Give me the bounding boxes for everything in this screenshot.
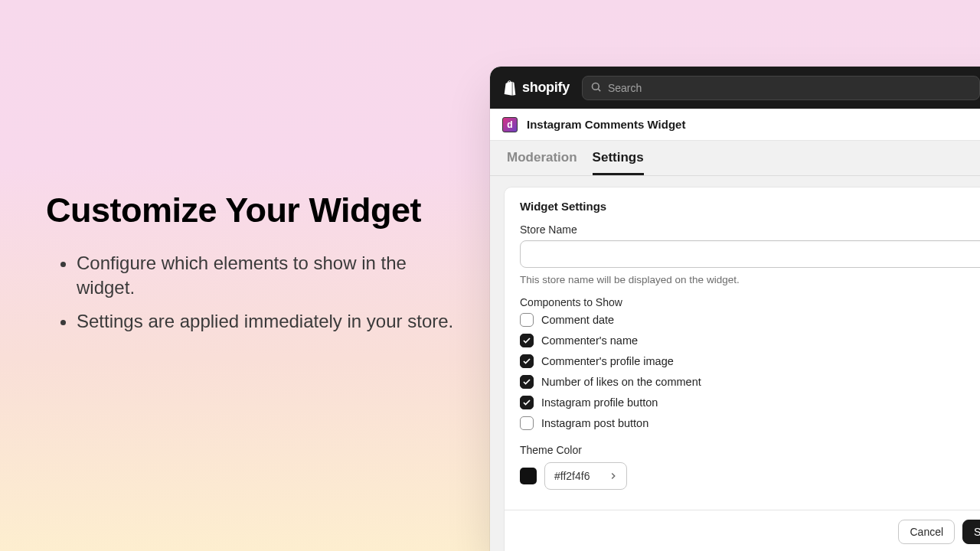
theme-color-label: Theme Color <box>520 444 980 456</box>
panel-title: Widget Settings <box>520 200 980 213</box>
checkbox-label: Comment date <box>541 314 614 326</box>
search-input[interactable] <box>608 82 972 94</box>
store-name-label: Store Name <box>520 223 980 236</box>
checkbox-label: Number of likes on the comment <box>541 376 701 388</box>
color-picker-button[interactable]: #ff2f4f6 <box>544 462 627 490</box>
components-label: Components to Show <box>520 296 980 308</box>
app-icon <box>502 117 518 132</box>
component-checkbox-row[interactable]: Instagram profile button <box>520 396 980 409</box>
component-checkbox-row[interactable]: Comment date <box>520 313 980 327</box>
promo-bullet: Settings are applied immediately in your… <box>77 309 459 334</box>
app-window: shopify 1 Instagram Comments Widget Mode… <box>490 67 980 551</box>
checkbox-label: Commenter's name <box>541 334 638 347</box>
tab-settings[interactable]: Settings <box>593 141 644 175</box>
checkbox[interactable] <box>520 354 534 368</box>
promo-block: Customize Your Widget Configure which el… <box>46 191 459 344</box>
checkbox[interactable] <box>520 396 534 409</box>
checkbox[interactable] <box>520 334 534 347</box>
chevron-right-icon <box>608 471 619 481</box>
search-icon <box>590 81 602 95</box>
theme-color-row: #ff2f4f6 <box>520 462 980 490</box>
app-title: Instagram Comments Widget <box>527 118 685 131</box>
svg-point-0 <box>592 83 599 90</box>
color-value: #ff2f4f6 <box>554 470 590 482</box>
store-name-help: This store name will be displayed on the… <box>520 274 980 285</box>
color-swatch[interactable] <box>520 468 537 484</box>
promo-heading: Customize Your Widget <box>46 191 459 230</box>
checkbox-label: Instagram post button <box>541 417 648 429</box>
brand-text: shopify <box>522 80 570 96</box>
tab-moderation[interactable]: Moderation <box>507 141 577 175</box>
checkbox[interactable] <box>520 416 534 430</box>
app-identity-bar: Instagram Comments Widget <box>490 109 980 141</box>
promo-list: Configure which elements to show in the … <box>46 251 459 334</box>
topbar: shopify 1 <box>490 67 980 109</box>
component-checkbox-row[interactable]: Instagram post button <box>520 416 980 430</box>
shopify-logo-icon <box>502 80 518 96</box>
promo-bullet: Configure which elements to show in the … <box>77 251 459 301</box>
brand[interactable]: shopify <box>502 80 570 96</box>
store-name-input[interactable] <box>520 240 980 268</box>
component-checkbox-row[interactable]: Commenter's profile image <box>520 354 980 368</box>
settings-panel: Widget Settings Store Name This store na… <box>504 187 980 551</box>
checkbox-label: Instagram profile button <box>541 396 658 409</box>
checkbox[interactable] <box>520 375 534 389</box>
svg-line-1 <box>598 89 600 91</box>
tabs: Moderation Settings <box>490 141 980 176</box>
save-button[interactable]: Save <box>962 520 980 544</box>
stage: Customize Your Widget Configure which el… <box>0 0 980 551</box>
checkbox-label: Commenter's profile image <box>541 355 674 367</box>
components-list: Comment dateCommenter's nameCommenter's … <box>520 313 980 430</box>
checkbox[interactable] <box>520 313 534 327</box>
component-checkbox-row[interactable]: Number of likes on the comment <box>520 375 980 389</box>
cancel-button[interactable]: Cancel <box>898 520 955 544</box>
component-checkbox-row[interactable]: Commenter's name <box>520 334 980 347</box>
panel-footer: Cancel Save <box>505 510 980 551</box>
search-field[interactable] <box>582 76 980 100</box>
